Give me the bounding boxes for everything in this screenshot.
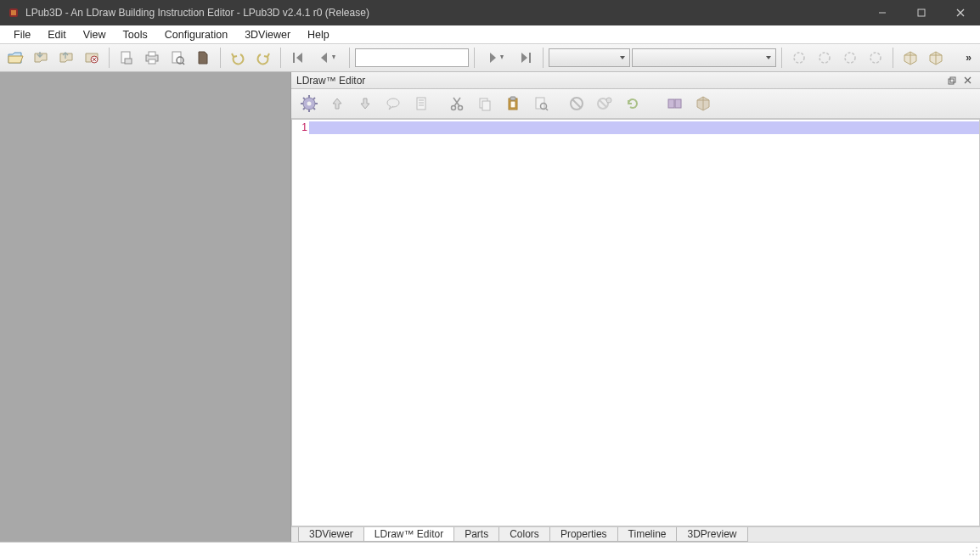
tab-3dviewer[interactable]: 3DViewer (298, 527, 364, 542)
first-page-icon[interactable] (286, 46, 310, 70)
move-down-icon[interactable] (352, 91, 378, 116)
toolbar-separator (893, 48, 893, 68)
folder-up-icon[interactable] (54, 46, 78, 70)
redo-icon[interactable] (251, 46, 275, 70)
rotate-icon[interactable] (787, 46, 811, 70)
move-up-icon[interactable] (324, 91, 350, 116)
tab-ldraw-editor[interactable]: LDraw™ Editor (363, 527, 454, 542)
svg-line-36 (313, 98, 315, 99)
menu-file[interactable]: File (5, 27, 39, 42)
resize-grip-icon[interactable] (968, 546, 978, 556)
toolbar-overflow[interactable]: » (960, 52, 977, 64)
menu-edit[interactable]: Edit (39, 27, 75, 42)
editor-toolbar (291, 89, 980, 119)
page-icon[interactable] (408, 91, 434, 116)
right-pane: LDraw™ Editor 1 (291, 72, 980, 542)
svg-point-63 (976, 547, 977, 549)
tab-colors[interactable]: Colors (498, 527, 550, 542)
tab-timeline[interactable]: Timeline (617, 527, 678, 542)
block-icon[interactable] (690, 91, 716, 116)
svg-point-37 (387, 98, 399, 107)
toolbar-separator (349, 48, 350, 68)
current-line-highlight (309, 121, 979, 134)
toolbar-separator (781, 48, 782, 68)
page-number-input[interactable] (355, 48, 469, 67)
menu-configuration[interactable]: Configuration (156, 27, 236, 42)
prev-page-icon[interactable] (312, 46, 344, 70)
menu-tools[interactable]: Tools (115, 27, 156, 42)
toolbar-separator (220, 48, 221, 68)
tab-parts[interactable]: Parts (453, 527, 499, 542)
svg-point-66 (969, 554, 971, 555)
tab-3dpreview[interactable]: 3DPreview (676, 527, 747, 542)
undo-icon[interactable] (226, 46, 250, 70)
svg-point-22 (870, 53, 881, 63)
disable2-icon[interactable] (592, 91, 617, 116)
svg-point-65 (976, 550, 977, 552)
rotate-icon[interactable] (813, 46, 836, 70)
next-page-icon[interactable] (480, 46, 512, 70)
last-page-icon[interactable] (514, 46, 538, 70)
disable-icon[interactable] (564, 91, 589, 116)
svg-point-43 (459, 106, 463, 110)
svg-point-42 (452, 106, 456, 110)
menu-view[interactable]: View (75, 27, 115, 42)
export-icon[interactable] (115, 46, 138, 70)
cube-icon[interactable] (898, 46, 922, 70)
combo-2[interactable] (632, 48, 776, 67)
svg-line-57 (600, 100, 606, 107)
rotate-icon[interactable] (838, 46, 862, 70)
save-icon[interactable] (29, 46, 53, 70)
svg-point-58 (606, 98, 611, 103)
menu-3dviewer[interactable]: 3DViewer (236, 27, 299, 42)
svg-point-21 (845, 53, 855, 63)
line-number: 1 (301, 121, 307, 133)
svg-line-55 (572, 99, 581, 108)
gear-icon[interactable] (296, 91, 322, 116)
svg-rect-10 (125, 59, 132, 64)
open-folder-icon[interactable] (3, 46, 27, 70)
svg-rect-59 (668, 99, 674, 108)
page-dark-icon[interactable] (191, 46, 215, 70)
cube-icon[interactable] (924, 46, 948, 70)
svg-point-68 (976, 554, 977, 555)
rotate-icon[interactable] (864, 46, 887, 70)
find-icon[interactable] (528, 91, 554, 116)
statusbar (0, 542, 980, 557)
svg-point-19 (794, 53, 804, 63)
dock-title-label: LDraw™ Editor (296, 75, 944, 87)
svg-rect-24 (950, 77, 955, 82)
tab-properties[interactable]: Properties (549, 527, 618, 542)
menu-help[interactable]: Help (299, 27, 338, 42)
close-button[interactable] (941, 0, 980, 25)
svg-line-35 (303, 108, 305, 110)
svg-rect-12 (149, 52, 155, 56)
comment-icon[interactable] (380, 91, 406, 116)
block-icon[interactable] (662, 91, 688, 116)
minimize-button[interactable] (863, 0, 902, 25)
svg-line-53 (546, 109, 548, 110)
svg-point-64 (972, 550, 974, 552)
bottom-tabs: 3DViewer LDraw™ Editor Parts Colors Prop… (291, 526, 980, 542)
print-preview-icon[interactable] (166, 46, 189, 70)
combo-1[interactable] (549, 48, 630, 67)
dock-close-button[interactable] (960, 74, 975, 87)
paste-icon[interactable] (500, 91, 526, 116)
svg-line-45 (453, 98, 459, 106)
maximize-button[interactable] (902, 0, 941, 25)
print-icon[interactable] (140, 46, 164, 70)
folder-cancel-icon[interactable] (80, 46, 104, 70)
svg-point-20 (819, 53, 830, 63)
reload-icon[interactable] (620, 91, 645, 116)
svg-line-34 (313, 108, 315, 110)
svg-line-16 (183, 63, 184, 65)
editor-body[interactable] (309, 120, 979, 526)
svg-line-44 (454, 98, 460, 106)
cut-icon[interactable] (444, 91, 470, 116)
editor-area[interactable]: 1 (291, 119, 980, 526)
dock-float-button[interactable] (944, 74, 960, 87)
titlebar: LPub3D - An LDraw Building Instruction E… (0, 0, 980, 25)
window-title: LPub3D - An LDraw Building Instruction E… (25, 7, 863, 19)
copy-icon[interactable] (472, 91, 498, 116)
svg-rect-3 (918, 9, 925, 16)
